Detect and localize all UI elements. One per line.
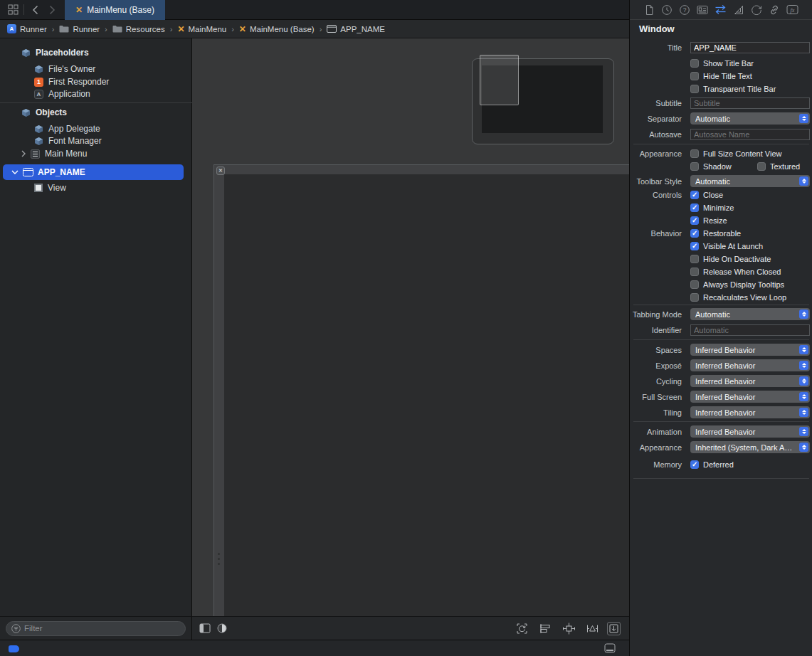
expose-row: Exposé Inferred Behavior xyxy=(630,359,812,371)
file-inspector-icon[interactable] xyxy=(644,4,655,16)
autosave-field[interactable] xyxy=(690,129,810,140)
tabbing-mode-popup[interactable]: Automatic xyxy=(690,308,810,320)
outline-item-font-manager[interactable]: Font Manager xyxy=(0,134,192,147)
svg-text:?: ? xyxy=(683,6,687,14)
outline-item-first-responder[interactable]: 1 First Responder xyxy=(0,75,192,88)
always-display-tooltips-checkbox[interactable] xyxy=(690,280,699,289)
editor-tab-bar: ✕ MainMenu (Base) xyxy=(0,0,629,20)
first-responder-icon: 1 xyxy=(34,78,43,87)
cycling-row: Cycling Inferred Behavior xyxy=(630,375,812,387)
xib-document-icon: ✕ xyxy=(239,25,246,33)
add-constraints-pin-icon[interactable] xyxy=(560,620,577,637)
tabbing-mode-row: Tabbing Mode Automatic xyxy=(630,308,812,320)
disclosure-chevron-right-icon[interactable] xyxy=(21,150,26,157)
window-content-view[interactable] xyxy=(224,174,629,617)
cube-icon xyxy=(34,65,43,74)
embed-in-icon[interactable] xyxy=(607,622,621,635)
visible-at-launch-checkbox[interactable] xyxy=(690,242,699,250)
forward-button[interactable] xyxy=(43,1,60,18)
popup-stepper-icon xyxy=(799,443,808,452)
subtitle-field[interactable] xyxy=(690,97,810,109)
window-thumbnail-preview[interactable] xyxy=(472,58,614,144)
popup-stepper-icon xyxy=(799,376,808,386)
size-inspector-icon[interactable] xyxy=(733,4,744,16)
animation-popup[interactable]: Inferred Behavior xyxy=(690,425,810,438)
toolbar-style-row: Toolbar Style Automatic xyxy=(630,175,812,187)
separator-row: Separator Automatic xyxy=(630,112,812,125)
shadow-checkbox[interactable] xyxy=(690,162,699,171)
divider xyxy=(23,4,24,15)
breadcrumb-item-group[interactable]: Runner xyxy=(59,25,100,33)
breadcrumb-separator: › xyxy=(105,25,107,33)
breadcrumb-item-file[interactable]: ✕ MainMenu xyxy=(177,25,226,33)
related-items-grid-icon[interactable] xyxy=(4,1,21,18)
deferred-checkbox[interactable] xyxy=(690,460,699,469)
expose-popup[interactable]: Inferred Behavior xyxy=(690,359,810,371)
appearance-toggle-icon[interactable] xyxy=(213,620,231,637)
spaces-popup[interactable]: Inferred Behavior xyxy=(690,344,810,356)
release-when-closed-checkbox[interactable] xyxy=(690,268,699,276)
appearance-popup-row: Appearance Inherited (System, Dark A… xyxy=(630,441,812,453)
dock-window-icon[interactable] xyxy=(604,643,616,653)
interface-builder-canvas[interactable]: ✕ xyxy=(192,38,629,617)
hide-title-text-checkbox[interactable] xyxy=(690,72,699,80)
identifier-field[interactable] xyxy=(690,324,810,336)
cube-icon xyxy=(34,125,43,134)
back-button[interactable] xyxy=(26,1,43,18)
minimize-checkbox[interactable] xyxy=(690,203,699,212)
window-editor-frame[interactable]: ✕ xyxy=(213,164,629,617)
breadcrumb-item-object[interactable]: APP_NAME xyxy=(327,25,385,33)
breadcrumb-item-group[interactable]: Resources xyxy=(112,25,165,33)
tab-mainmenu-base[interactable]: ✕ MainMenu (Base) xyxy=(65,0,165,20)
show-title-bar-checkbox[interactable] xyxy=(690,59,699,68)
quick-help-inspector-icon[interactable]: ? xyxy=(679,4,690,16)
breadcrumb-item-localization[interactable]: ✕ MainMenu (Base) xyxy=(239,25,315,33)
canvas-toolbar xyxy=(192,616,629,640)
bindings-link-icon[interactable] xyxy=(769,4,780,16)
outline-item-main-menu[interactable]: Main Menu xyxy=(0,147,192,160)
resolve-autolayout-issues-icon[interactable] xyxy=(584,620,601,637)
xib-document-icon: ✕ xyxy=(75,6,83,14)
transparent-title-bar-checkbox[interactable] xyxy=(690,85,699,93)
filter-input[interactable]: Filter xyxy=(6,621,186,636)
history-inspector-icon[interactable] xyxy=(661,4,673,16)
breadcrumb-item-project[interactable]: A Runner xyxy=(7,24,47,33)
user-defined-attributes-icon[interactable]: fx xyxy=(786,4,798,15)
restorable-checkbox[interactable] xyxy=(690,229,699,238)
toolbar-style-popup[interactable]: Automatic xyxy=(690,175,810,187)
align-icon[interactable] xyxy=(537,620,554,637)
attributes-inspector-icon[interactable] xyxy=(715,4,727,15)
folder-icon xyxy=(112,25,122,33)
separator-popup[interactable]: Automatic xyxy=(690,112,810,125)
update-frames-icon[interactable] xyxy=(513,620,530,637)
outline-item-app-name-selected[interactable]: APP_NAME xyxy=(3,164,184,180)
textured-checkbox[interactable] xyxy=(757,162,766,171)
connections-inspector-icon[interactable] xyxy=(751,4,762,16)
outline-item-files-owner[interactable]: File's Owner xyxy=(0,63,192,75)
resize-checkbox[interactable] xyxy=(690,216,699,225)
close-checkbox[interactable] xyxy=(690,191,699,199)
inspector-divider xyxy=(633,339,809,340)
cube-icon xyxy=(21,108,31,117)
appearance-popup[interactable]: Inherited (System, Dark A… xyxy=(690,441,810,453)
title-field[interactable] xyxy=(690,42,810,53)
disclosure-chevron-down-icon[interactable] xyxy=(11,170,19,174)
outline-item-view[interactable]: View xyxy=(0,181,192,194)
outline-item-app-delegate[interactable]: App Delegate xyxy=(0,122,192,135)
toggle-document-outline-icon[interactable] xyxy=(196,620,213,637)
hide-on-deactivate-checkbox[interactable] xyxy=(690,255,699,263)
cycling-popup[interactable]: Inferred Behavior xyxy=(690,375,810,387)
identity-inspector-icon[interactable] xyxy=(697,5,708,15)
svg-text:fx: fx xyxy=(791,7,795,14)
recalculates-view-loop-checkbox[interactable] xyxy=(690,293,699,302)
outline-item-application[interactable]: A Application xyxy=(0,88,192,100)
outline-section-placeholders[interactable]: Placeholders xyxy=(0,46,192,59)
full-size-content-view-checkbox[interactable] xyxy=(690,149,699,158)
resize-handle-dot xyxy=(218,558,220,560)
tiling-popup[interactable]: Inferred Behavior xyxy=(690,406,810,418)
full-screen-popup[interactable]: Inferred Behavior xyxy=(690,391,810,403)
window-close-button[interactable]: ✕ xyxy=(216,166,225,175)
outline-section-objects[interactable]: Objects xyxy=(0,106,192,119)
popup-stepper-icon xyxy=(799,408,808,417)
tiling-row: Tiling Inferred Behavior xyxy=(630,406,812,418)
